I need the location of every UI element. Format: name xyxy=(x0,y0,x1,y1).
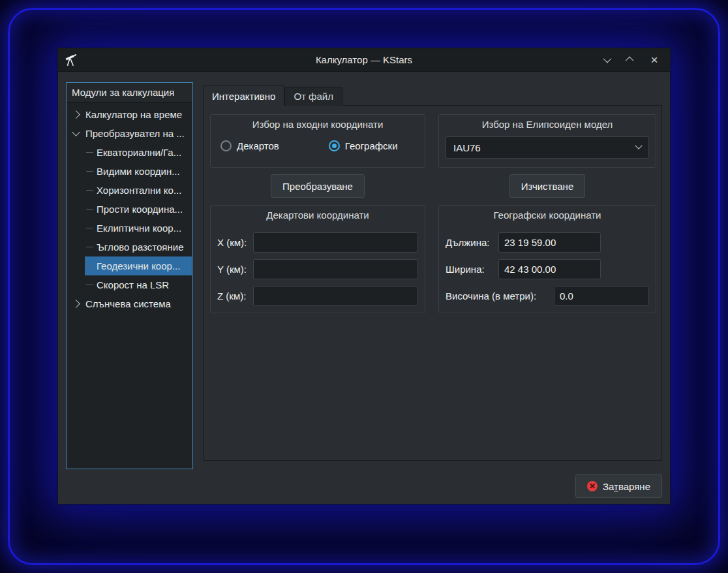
z-input[interactable] xyxy=(253,286,418,306)
sidebar-item-ecliptic-coordinates[interactable]: Еклиптични коор... xyxy=(67,219,192,238)
titlebar[interactable]: Калкулатор — KStars × xyxy=(58,48,670,72)
longitude-input[interactable] xyxy=(498,232,601,253)
tree-branch-icon xyxy=(86,171,93,172)
z-label: Z (км): xyxy=(217,290,253,302)
tree-item-label: Еклиптични коор... xyxy=(97,223,181,234)
sidebar-item-simple-coordinates[interactable]: Прости координа... xyxy=(67,200,192,219)
close-window-button[interactable]: × xyxy=(648,54,660,66)
close-dialog-button[interactable]: ✕ Затваряне xyxy=(575,474,662,498)
altitude-input[interactable] xyxy=(554,286,649,306)
window-title: Калкулатор — KStars xyxy=(58,54,670,65)
close-icon: × xyxy=(650,54,658,66)
cartesian-coordinates-group: Декартови координати X (км): Y (км): Z (… xyxy=(210,205,425,313)
close-button-label: Затваряне xyxy=(603,481,650,492)
tree-item-label: Видими координ... xyxy=(97,166,180,177)
group-title: Географски координати xyxy=(446,209,649,226)
tree-item-label: Преобразувател на ... xyxy=(85,128,185,139)
tree-branch-icon xyxy=(86,209,93,209)
tree-item-label: Ъглово разстояние xyxy=(97,241,183,253)
sidebar-item-solar-system[interactable]: Слънчева система xyxy=(67,294,192,313)
altitude-label: Височина (в метри): xyxy=(446,290,536,302)
radio-geographic-label: Географски xyxy=(345,140,398,151)
tree-item-label: Калкулатор на време xyxy=(85,109,182,120)
longitude-field-row: Дължина: xyxy=(446,232,649,253)
longitude-label: Дължина: xyxy=(446,237,498,248)
kstars-calculator-window: Калкулатор — KStars × Модули за калкулац… xyxy=(57,48,671,504)
tree-branch-icon xyxy=(86,266,93,266)
module-tree-header: Модули за калкулация xyxy=(67,83,192,102)
convert-button[interactable]: Преобразуване xyxy=(271,174,365,198)
tree-item-label: Екваториални/Га... xyxy=(97,147,181,158)
sidebar-item-lsr-velocity[interactable]: Скорост на LSR xyxy=(67,275,192,294)
tree-branch-icon xyxy=(86,247,93,247)
radio-checked-icon xyxy=(329,140,340,151)
window-content: Модули за калкулация Калкулатор на време… xyxy=(58,72,670,504)
input-coordinates-group: Избор на входни координати Декартов Геог… xyxy=(210,114,425,168)
maximize-button[interactable] xyxy=(624,54,636,66)
group-title: Избор на входни координати xyxy=(217,119,418,135)
minimize-button[interactable] xyxy=(600,54,612,66)
tree-item-label: Слънчева система xyxy=(85,298,171,309)
ellipsoid-model-select[interactable]: IAU76 xyxy=(446,136,649,159)
ellipsoid-model-group: Избор на Елипсоиден модел IAU76 xyxy=(438,114,656,168)
tab-pane: Избор на входни координати Декартов Геог… xyxy=(203,105,662,461)
x-input[interactable] xyxy=(253,232,418,253)
x-field-row: X (км): xyxy=(217,232,418,253)
tree-item-label: Геодезични коор... xyxy=(97,260,180,271)
sidebar-item-coordinate-converter[interactable]: Преобразувател на ... xyxy=(67,124,192,143)
chevron-up-icon xyxy=(625,57,633,65)
close-circle-icon: ✕ xyxy=(587,481,598,491)
tab-from-file[interactable]: От файл xyxy=(284,87,342,106)
x-label: X (км): xyxy=(217,237,253,248)
sidebar-item-horizontal-coordinates[interactable]: Хоризонтални ко... xyxy=(67,181,192,200)
sidebar-item-geodetic-coordinates[interactable]: Геодезични коор... xyxy=(67,256,192,275)
geographic-coordinates-group: Географски координати Дължина: Ширина: В… xyxy=(438,205,656,313)
radio-geographic[interactable]: Географски xyxy=(329,140,398,151)
latitude-field-row: Ширина: xyxy=(446,259,649,279)
radio-cartesian-label: Декартов xyxy=(237,140,279,151)
group-title: Декартови координати xyxy=(217,209,418,226)
sidebar-item-angular-distance[interactable]: Ъглово разстояние xyxy=(67,238,192,256)
tab-interactive[interactable]: Интерактивно xyxy=(203,85,284,106)
radio-unchecked-icon xyxy=(220,140,232,151)
z-field-row: Z (км): xyxy=(217,286,418,306)
module-tree-list: Калкулатор на време Преобразувател на ..… xyxy=(67,102,192,313)
expander-collapsed-icon[interactable] xyxy=(72,300,80,308)
tree-item-label: Скорост на LSR xyxy=(97,279,169,290)
tree-branch-icon xyxy=(86,285,93,285)
latitude-input[interactable] xyxy=(498,259,601,279)
tree-item-label: Хоризонтални ко... xyxy=(97,185,181,196)
main-panel: Интерактивно От файл Избор на входни коо… xyxy=(203,82,662,504)
sidebar-item-time-calculator[interactable]: Калкулатор на време xyxy=(67,105,192,124)
tree-branch-icon xyxy=(86,228,93,228)
y-input[interactable] xyxy=(253,259,418,279)
expander-expanded-icon[interactable] xyxy=(72,128,80,136)
ellipsoid-model-value: IAU76 xyxy=(453,142,481,153)
coordinate-type-radio-row: Декартов Географски xyxy=(217,140,418,151)
tree-branch-icon xyxy=(86,190,93,191)
sidebar-item-equatorial-galactic[interactable]: Екваториални/Га... xyxy=(67,143,192,162)
sidebar-item-apparent-coordinates[interactable]: Видими координ... xyxy=(67,162,192,181)
clear-button[interactable]: Изчистване xyxy=(509,174,586,198)
dialog-footer: ✕ Затваряне xyxy=(203,474,662,498)
tree-branch-icon xyxy=(86,152,93,153)
latitude-label: Ширина: xyxy=(446,264,498,275)
y-field-row: Y (км): xyxy=(217,259,418,279)
chevron-down-icon xyxy=(635,142,642,149)
radio-cartesian[interactable]: Декартов xyxy=(220,140,279,151)
tab-bar: Интерактивно От файл xyxy=(203,85,662,106)
chevron-down-icon xyxy=(603,55,611,63)
tree-item-label: Прости координа... xyxy=(97,204,183,215)
module-tree: Модули за калкулация Калкулатор на време… xyxy=(66,82,193,469)
group-title: Избор на Елипсоиден модел xyxy=(446,119,649,135)
telescope-icon[interactable] xyxy=(64,53,78,67)
altitude-field-row: Височина (в метри): xyxy=(446,286,649,306)
y-label: Y (км): xyxy=(217,264,253,275)
window-controls: × xyxy=(600,54,670,66)
expander-collapsed-icon[interactable] xyxy=(72,110,80,119)
